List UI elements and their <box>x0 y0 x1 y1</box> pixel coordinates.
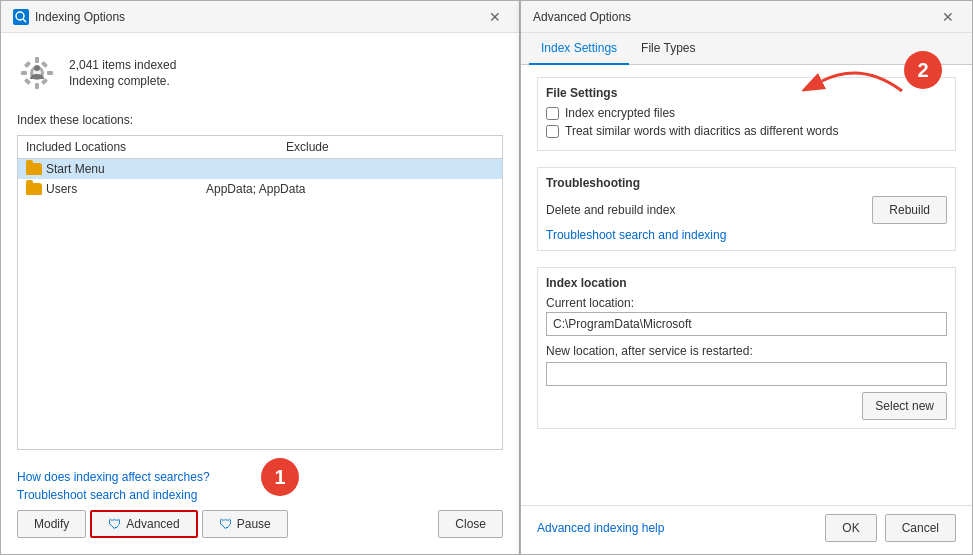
items-count: 2,041 items indexed <box>69 58 176 72</box>
cancel-button[interactable]: Cancel <box>885 514 956 542</box>
svg-rect-10 <box>24 78 31 85</box>
troubleshoot-indexing-link[interactable]: Troubleshoot search and indexing <box>17 488 503 502</box>
svg-rect-5 <box>35 83 39 89</box>
rebuild-label: Delete and rebuild index <box>546 203 675 217</box>
current-location-input[interactable] <box>546 312 947 336</box>
ok-button[interactable]: OK <box>825 514 876 542</box>
table-body: Start Menu Users AppData; AppData <box>18 159 502 199</box>
table-row[interactable]: Start Menu <box>18 159 502 179</box>
current-location-label: Current location: <box>546 296 947 310</box>
left-close-button[interactable]: ✕ <box>479 5 511 29</box>
indexing-status: Indexing complete. <box>69 74 176 88</box>
header-section: 2,041 items indexed Indexing complete. <box>17 45 503 101</box>
new-location-display <box>546 362 947 386</box>
gear-icon <box>17 53 57 93</box>
troubleshoot-section: Troubleshooting Delete and rebuild index… <box>537 167 956 251</box>
table-header: Included Locations Exclude <box>18 136 502 159</box>
modify-button[interactable]: Modify <box>17 510 86 538</box>
diacritics-checkbox[interactable] <box>546 125 559 138</box>
indexing-options-dialog: Indexing Options ✕ <box>0 0 520 555</box>
new-location-label: New location, after service is restarted… <box>546 344 947 358</box>
svg-rect-7 <box>47 71 53 75</box>
troubleshoot-search-link[interactable]: Troubleshoot search and indexing <box>546 228 726 242</box>
folder-icon-start-menu <box>26 163 42 175</box>
left-title-bar: Indexing Options ✕ <box>1 1 519 33</box>
svg-point-0 <box>16 12 24 20</box>
svg-rect-9 <box>41 78 48 85</box>
checkbox-row-diacritics: Treat similar words with diacritics as d… <box>546 124 947 138</box>
button-row: Modify 🛡 Advanced 🛡 Pause Close <box>17 510 503 538</box>
shield-icon: 🛡 <box>108 516 122 532</box>
table-row[interactable]: Users AppData; AppData <box>18 179 502 199</box>
checkbox-row-encrypted: Index encrypted files <box>546 106 947 120</box>
footer-links: How does indexing affect searches? Troub… <box>17 470 503 502</box>
svg-rect-11 <box>41 61 48 68</box>
left-dialog-content: 2,041 items indexed Indexing complete. I… <box>1 33 519 462</box>
row-name-start-menu: Start Menu <box>26 162 206 176</box>
svg-rect-8 <box>24 61 31 68</box>
rebuild-row: Delete and rebuild index Rebuild <box>546 196 947 224</box>
header-info: 2,041 items indexed Indexing complete. <box>69 58 176 88</box>
locations-table: Included Locations Exclude Start Menu Us… <box>17 135 503 450</box>
svg-line-1 <box>23 19 26 22</box>
advanced-button[interactable]: 🛡 Advanced <box>90 510 197 538</box>
tab-file-types[interactable]: File Types <box>629 33 707 65</box>
svg-point-12 <box>34 65 40 71</box>
row-exclude-users: AppData; AppData <box>206 182 305 196</box>
troubleshoot-title: Troubleshooting <box>546 176 947 190</box>
left-dialog-footer: How does indexing affect searches? Troub… <box>1 462 519 554</box>
right-close-button[interactable]: ✕ <box>932 5 964 29</box>
right-dialog-content: File Settings Index encrypted files Trea… <box>521 65 972 505</box>
index-location-title: Index location <box>546 276 947 290</box>
right-dialog-footer: Advanced indexing help OK Cancel <box>521 505 972 554</box>
svg-rect-6 <box>21 71 27 75</box>
locations-label: Index these locations: <box>17 113 503 127</box>
file-settings-title: File Settings <box>546 86 947 100</box>
advanced-indexing-help-link[interactable]: Advanced indexing help <box>537 521 664 535</box>
left-dialog-icon <box>13 9 29 25</box>
col-header-locations: Included Locations <box>26 140 206 154</box>
index-location-section: Index location Current location: New loc… <box>537 267 956 429</box>
left-dialog-title: Indexing Options <box>35 10 125 24</box>
folder-icon-users <box>26 183 42 195</box>
tabs-bar: Index Settings File Types <box>521 33 972 65</box>
pause-button[interactable]: 🛡 Pause <box>202 510 288 538</box>
index-encrypted-checkbox[interactable] <box>546 107 559 120</box>
file-settings-section: File Settings Index encrypted files Trea… <box>537 77 956 151</box>
rebuild-button[interactable]: Rebuild <box>872 196 947 224</box>
svg-rect-4 <box>35 57 39 63</box>
diacritics-label: Treat similar words with diacritics as d… <box>565 124 838 138</box>
close-button[interactable]: Close <box>438 510 503 538</box>
advanced-options-dialog: Advanced Options ✕ Index Settings File T… <box>520 0 973 555</box>
pause-icon: 🛡 <box>219 516 233 532</box>
tab-index-settings[interactable]: Index Settings <box>529 33 629 65</box>
col-header-exclude: Exclude <box>286 140 329 154</box>
left-button-group: Modify 🛡 Advanced 🛡 Pause <box>17 510 288 538</box>
right-title-left: Advanced Options <box>533 10 631 24</box>
how-indexing-link[interactable]: How does indexing affect searches? <box>17 470 503 484</box>
row-name-users: Users <box>26 182 206 196</box>
select-new-button[interactable]: Select new <box>862 392 947 420</box>
right-title-bar: Advanced Options ✕ <box>521 1 972 33</box>
right-dialog-title: Advanced Options <box>533 10 631 24</box>
right-footer-buttons: OK Cancel <box>825 514 956 542</box>
index-encrypted-label: Index encrypted files <box>565 106 675 120</box>
left-title-left: Indexing Options <box>13 9 125 25</box>
